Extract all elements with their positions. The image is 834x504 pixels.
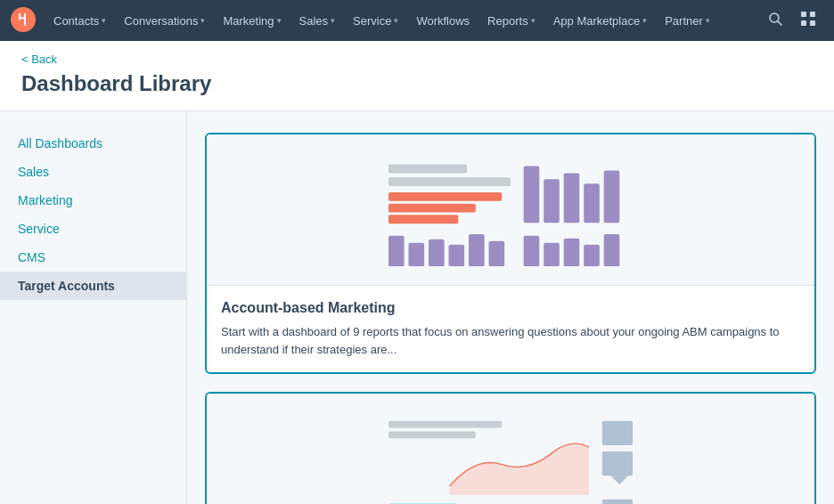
apps-button[interactable] (793, 7, 823, 34)
svg-marker-32 (611, 476, 629, 484)
cards-grid: Account-based Marketing Start with a das… (205, 133, 816, 504)
svg-rect-7 (388, 165, 467, 174)
card-my-target-accounts[interactable]: My Target Accounts Start with a dashboar… (205, 392, 816, 504)
main-layout: All Dashboards Sales Marketing Service C… (0, 111, 834, 504)
svg-rect-5 (801, 20, 806, 26)
search-button[interactable] (761, 8, 789, 33)
svg-rect-9 (388, 192, 502, 201)
nav-partner[interactable]: Partner▾ (658, 11, 717, 31)
card-body-abm: Account-based Marketing Start with a das… (207, 286, 814, 372)
nav-sales[interactable]: Sales▾ (292, 11, 343, 31)
svg-rect-13 (544, 179, 560, 223)
svg-rect-15 (584, 183, 600, 223)
svg-rect-27 (604, 234, 620, 266)
page-title: Dashboard Library (21, 71, 813, 96)
svg-point-0 (11, 7, 36, 32)
svg-rect-10 (388, 204, 476, 213)
page-header: < Back Dashboard Library (0, 41, 834, 111)
nav-service[interactable]: Service▾ (346, 11, 405, 31)
nav-marketing[interactable]: Marketing▾ (216, 11, 288, 31)
nav-reports[interactable]: Reports▾ (480, 11, 543, 31)
top-navigation: Contacts▾ Conversations▾ Marketing▾ Sale… (0, 0, 834, 41)
sidebar-item-cms[interactable]: CMS (0, 243, 186, 272)
sidebar-item-target-accounts[interactable]: Target Accounts (0, 272, 186, 300)
sidebar-item-sales[interactable]: Sales (0, 158, 186, 186)
svg-line-2 (778, 21, 781, 25)
sidebar: All Dashboards Sales Marketing Service C… (0, 111, 187, 504)
sidebar-item-marketing[interactable]: Marketing (0, 186, 186, 215)
back-link[interactable]: < Back (21, 53, 57, 66)
card-title-abm: Account-based Marketing (221, 300, 800, 316)
svg-rect-22 (489, 241, 505, 266)
nav-workflows[interactable]: Workflows (409, 11, 477, 31)
svg-rect-26 (584, 245, 600, 266)
card-desc-abm: Start with a dashboard of 9 reports that… (221, 323, 800, 358)
hubspot-logo[interactable] (11, 7, 43, 35)
svg-rect-16 (604, 170, 620, 223)
card-account-based-marketing[interactable]: Account-based Marketing Start with a das… (205, 133, 816, 374)
svg-rect-14 (564, 173, 580, 223)
svg-rect-4 (810, 12, 815, 17)
svg-rect-31 (602, 451, 633, 476)
svg-rect-29 (388, 431, 476, 438)
svg-rect-24 (544, 243, 560, 266)
card-preview-abm (207, 134, 814, 286)
svg-rect-23 (524, 236, 540, 266)
svg-rect-11 (388, 215, 458, 224)
svg-rect-20 (449, 245, 465, 266)
svg-rect-21 (469, 234, 485, 266)
svg-rect-12 (524, 167, 540, 224)
sidebar-item-service[interactable]: Service (0, 215, 186, 243)
svg-rect-19 (429, 240, 445, 266)
sidebar-item-all-dashboards[interactable]: All Dashboards (0, 129, 186, 158)
svg-rect-25 (564, 239, 580, 266)
svg-rect-8 (388, 177, 511, 186)
svg-rect-17 (388, 236, 405, 266)
nav-app-marketplace[interactable]: App Marketplace▾ (546, 11, 655, 31)
svg-rect-18 (409, 243, 425, 266)
svg-rect-6 (810, 20, 815, 26)
content-area: Account-based Marketing Start with a das… (187, 111, 834, 504)
svg-rect-36 (602, 500, 633, 504)
svg-rect-3 (801, 12, 806, 17)
nav-conversations[interactable]: Conversations▾ (117, 11, 212, 31)
svg-rect-30 (602, 421, 633, 445)
nav-contacts[interactable]: Contacts▾ (46, 11, 113, 31)
svg-rect-28 (388, 421, 502, 428)
card-preview-mta (207, 394, 814, 504)
